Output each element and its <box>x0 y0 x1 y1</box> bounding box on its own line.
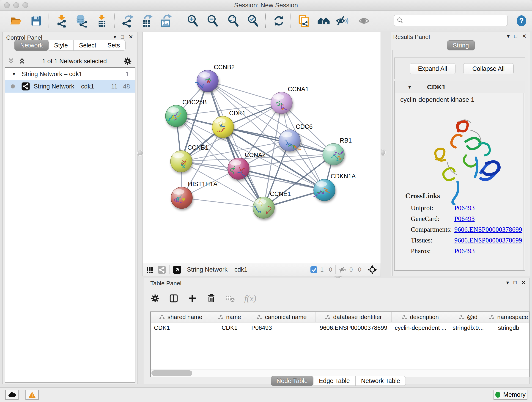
scrollbar-thumb[interactable] <box>152 370 192 376</box>
hide-selected-button[interactable] <box>335 14 349 28</box>
node-CCNA2[interactable] <box>228 158 249 179</box>
column-header-@id[interactable]: @id <box>449 312 487 322</box>
node-CCNE1[interactable] <box>253 197 274 218</box>
tree-expand-icon[interactable]: ▼ <box>12 71 16 77</box>
selected-checkbox-icon[interactable] <box>310 266 317 274</box>
delete-column-trash-icon[interactable] <box>206 293 216 303</box>
export-network-button[interactable] <box>120 14 134 28</box>
table-cell[interactable]: CDK1 <box>151 322 211 333</box>
import-network-from-database-button[interactable] <box>75 14 89 28</box>
column-header-description[interactable]: description <box>392 312 449 322</box>
crosslink-link[interactable]: P06493 <box>454 215 475 223</box>
export-image-button[interactable] <box>159 14 172 28</box>
crosslink-link[interactable]: P06493 <box>454 204 475 212</box>
sphere-highlight <box>316 181 327 187</box>
protein-description: cyclin-dependent kinase 1 <box>400 96 475 103</box>
column-header-name[interactable]: name <box>211 312 248 322</box>
column-header-database-identifier[interactable]: database identifier <box>316 312 392 322</box>
results-tab-string[interactable]: String <box>447 40 475 51</box>
show-all-button[interactable] <box>358 14 371 28</box>
left-splitter-handle[interactable] <box>138 150 143 155</box>
show-columns-icon[interactable] <box>169 293 179 303</box>
right-splitter-handle[interactable] <box>380 150 385 155</box>
column-header-canonical-name[interactable]: canonical name <box>248 312 316 322</box>
table-cell[interactable]: stringdb <box>487 322 530 333</box>
new-network-from-selection-button[interactable] <box>297 14 311 28</box>
collapse-all-chevron-icon[interactable] <box>7 57 15 65</box>
tab-node-table[interactable]: Node Table <box>271 376 313 386</box>
expand-all-chevron-icon[interactable] <box>18 57 26 65</box>
tab-network[interactable]: Network <box>14 40 49 51</box>
close-panel-icon[interactable]: ✕ <box>521 280 526 285</box>
export-table-button[interactable] <box>139 14 153 28</box>
column-header-namespace[interactable]: namespace <box>487 312 530 322</box>
table-cell[interactable]: stringdb:9... <box>449 322 487 333</box>
table-cell[interactable]: cyclin-dependent ... <box>392 322 449 333</box>
panel-menu-icon[interactable]: ▾ <box>506 280 509 285</box>
column-header-shared-name[interactable]: shared name <box>151 312 211 322</box>
protein-card-header[interactable]: ▼ CDK1 <box>394 81 525 93</box>
birdseye-view-icon[interactable] <box>173 265 181 274</box>
table-cell[interactable]: 9606.ENSP00000378699 <box>316 322 392 333</box>
network-graph-canvas[interactable]: CCNB2CCNA1CDC25BCDK1CDC6RB1CCNB1CCNA2CDK… <box>143 32 380 263</box>
collapse-section-icon[interactable]: ▼ <box>407 85 412 90</box>
edge-CCNB2-CCNA1[interactable] <box>208 81 282 103</box>
float-panel-icon[interactable]: □ <box>514 34 517 39</box>
help-button[interactable]: ? <box>515 14 528 28</box>
tab-select[interactable]: Select <box>74 40 102 51</box>
node-CCNB2[interactable] <box>196 70 218 92</box>
open-session-button[interactable] <box>9 14 23 28</box>
tab-style[interactable]: Style <box>49 40 74 51</box>
tab-network-table[interactable]: Network Table <box>355 376 406 386</box>
first-neighbors-button[interactable] <box>317 14 330 28</box>
node-CCNB1[interactable] <box>171 151 192 172</box>
node-CDK1[interactable] <box>212 116 234 138</box>
node-CDC6[interactable] <box>279 130 300 151</box>
panel-menu-icon[interactable]: ▾ <box>114 34 116 40</box>
tab-edge-table[interactable]: Edge Table <box>313 376 355 386</box>
table-row[interactable]: CDK1CDK1P064939606.ENSP00000378699cyclin… <box>151 322 529 333</box>
crosslink-link[interactable]: P06493 <box>454 247 475 255</box>
import-network-button[interactable] <box>55 14 69 28</box>
float-panel-icon[interactable]: □ <box>121 34 124 39</box>
memory-button[interactable]: Memory <box>494 390 527 400</box>
edge-CCNB2-CCNE1[interactable] <box>208 81 264 208</box>
close-panel-icon[interactable]: ✕ <box>522 33 526 39</box>
zoom-selected-button[interactable] <box>246 14 260 28</box>
node-HIST1H1A[interactable] <box>171 187 192 209</box>
cloud-services-button[interactable] <box>5 390 19 400</box>
save-session-button[interactable] <box>29 14 43 28</box>
table-horizontal-scrollbar[interactable] <box>151 369 529 377</box>
crosslink-link[interactable]: 9606.ENSP00000378699 <box>454 236 522 244</box>
refresh-view-button[interactable] <box>272 14 286 28</box>
node-RB1[interactable] <box>323 143 344 165</box>
panel-menu-icon[interactable]: ▾ <box>507 33 510 39</box>
edge-CCNE1-HIST1H1A[interactable] <box>182 198 264 208</box>
network-options-gear-icon[interactable] <box>123 57 132 66</box>
node-CDC25B[interactable] <box>165 105 187 127</box>
zoom-in-button[interactable] <box>186 14 200 28</box>
close-panel-icon[interactable]: ✕ <box>128 34 133 40</box>
float-panel-icon[interactable]: □ <box>514 280 517 285</box>
crosslink-link[interactable]: 9606.ENSP00000378699 <box>454 226 522 233</box>
table-cell[interactable]: P06493 <box>248 322 316 333</box>
table-cell[interactable]: CDK1 <box>211 322 248 333</box>
collapse-all-button[interactable]: Collapse All <box>463 63 514 74</box>
tab-sets[interactable]: Sets <box>102 40 126 51</box>
search-input[interactable] <box>406 17 505 24</box>
grid-view-icon[interactable] <box>146 266 154 274</box>
import-table-button[interactable] <box>95 14 109 28</box>
network-collection-row[interactable]: ▼ String Network – cdk1 1 <box>5 68 135 80</box>
zoom-fit-button[interactable] <box>226 14 240 28</box>
network-row-selected[interactable]: String Network – cdk1 11 48 <box>5 80 135 93</box>
zoom-out-button[interactable] <box>206 14 220 28</box>
node-CCNA1[interactable] <box>271 92 292 114</box>
warnings-button[interactable] <box>25 390 39 400</box>
fit-content-crosshair-icon[interactable] <box>367 265 377 275</box>
expand-all-button[interactable]: Expand All <box>410 63 456 74</box>
node-CDKN1A[interactable] <box>313 179 335 201</box>
add-column-plus-icon[interactable] <box>187 293 197 303</box>
network-share-icon[interactable] <box>157 265 166 274</box>
table-options-gear-icon[interactable] <box>150 294 160 303</box>
node-label-HIST1H1A: HIST1H1A <box>188 181 217 187</box>
